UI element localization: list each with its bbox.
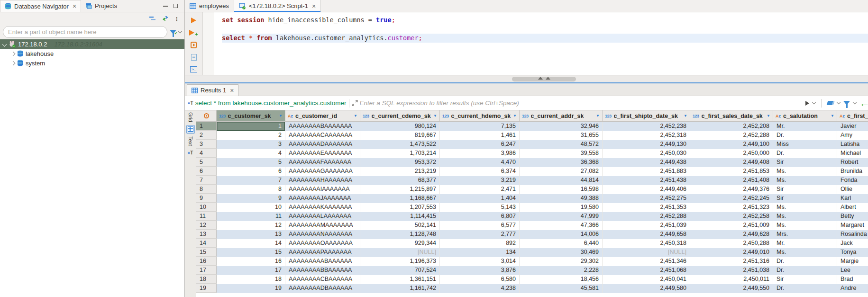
grid-cell[interactable]: 1,473,522 [360, 140, 440, 149]
expand-filter-icon[interactable] [352, 100, 358, 106]
row-number[interactable]: 4 [196, 149, 217, 158]
overflow-menu-icon[interactable]: ⁝ [176, 16, 178, 22]
grid-cell[interactable]: Miss [773, 140, 837, 149]
grid-cell[interactable]: 36,368 [520, 158, 603, 167]
grid-cell[interactable]: Brunilda [837, 167, 868, 176]
column-header-c_customer_sk[interactable]: 123c_customer_sk▼ [217, 110, 285, 121]
tree-row-system[interactable]: system [0, 58, 184, 68]
grid-cell[interactable]: Ollie [837, 185, 868, 194]
grid-cell[interactable]: Margie [837, 257, 868, 266]
grid-cell[interactable]: 2,451,068 [603, 266, 690, 275]
table-row[interactable]: 1919AAAAAAAADBAAAAAA1,161,7424,23845,581… [196, 284, 868, 293]
grid-cell[interactable]: 1,128,748 [360, 230, 440, 239]
close-icon[interactable]: × [73, 2, 76, 10]
grid-cell[interactable]: 47,999 [520, 212, 603, 221]
grid-cell[interactable]: 2,452,318 [603, 131, 690, 140]
grid-cell[interactable]: AAAAAAAAFAAAAAAA [285, 158, 360, 167]
grid-cell[interactable]: 7 [217, 176, 285, 185]
table-row[interactable]: 99AAAAAAAAJAAAAAAA1,168,6671,40449,3882,… [196, 194, 868, 203]
row-number[interactable]: 18 [196, 275, 217, 284]
grid-cell[interactable]: 4 [217, 149, 285, 158]
grid-cell[interactable]: 6,374 [440, 167, 520, 176]
text-presentation-icon[interactable]: «T [186, 149, 195, 157]
grid-cell[interactable]: 2,449,376 [690, 185, 773, 194]
grid-cell[interactable]: AAAAAAAANAAAAAAA [285, 230, 360, 239]
chevron-down-icon[interactable] [2, 42, 7, 46]
sash-collapse-buttons[interactable] [538, 77, 550, 80]
grid-cell[interactable]: 14,006 [520, 230, 603, 239]
close-icon[interactable]: × [312, 2, 316, 10]
grid-cell[interactable]: 2,449,580 [603, 284, 690, 293]
grid-cell[interactable]: [NULL] [603, 248, 690, 257]
grid-cell[interactable]: 6,577 [440, 221, 520, 230]
row-number[interactable]: 12 [196, 221, 217, 230]
grid-cell[interactable]: AAAAAAAACAAAAAAA [285, 131, 360, 140]
sort-dropdown-icon[interactable]: ▼ [767, 114, 770, 118]
grid-cell[interactable]: 2,450,030 [603, 149, 690, 158]
grid-cell[interactable]: Betty [837, 212, 868, 221]
grid-cell[interactable]: AAAAAAAAEAAAAAAA [285, 149, 360, 158]
grid-cell[interactable]: 5,143 [440, 203, 520, 212]
grid-cell[interactable]: AAAAAAAALAAAAAAA [285, 212, 360, 221]
sort-dropdown-icon[interactable]: ▼ [354, 114, 357, 118]
column-header-c_customer_id[interactable]: Azc_customer_id▼ [285, 110, 360, 121]
grid-cell[interactable]: 1,404 [440, 194, 520, 203]
erase-dropdown-icon[interactable] [837, 100, 841, 104]
grid-cell[interactable]: 2,449,010 [690, 248, 773, 257]
grid-cell[interactable]: 47,366 [520, 221, 603, 230]
row-number[interactable]: 5 [196, 158, 217, 167]
grid-cell[interactable]: Michael [837, 149, 868, 158]
grid-cell[interactable]: AAAAAAAABBAAAAAA [285, 266, 360, 275]
grid-cell[interactable]: 2,451,038 [690, 266, 773, 275]
tab-projects[interactable]: Projects [81, 0, 121, 12]
grid-cell[interactable]: 32,946 [520, 122, 603, 131]
grid-cell[interactable]: 2,451,039 [603, 221, 690, 230]
filter-funnel-icon[interactable]: ✓ [170, 30, 176, 34]
row-number[interactable]: 7 [196, 176, 217, 185]
grid-cell[interactable]: 2,451,353 [603, 203, 690, 212]
grid-cell[interactable]: AAAAAAAAPAAAAAAA [285, 248, 360, 257]
row-number-header[interactable] [196, 110, 217, 121]
grid-cell[interactable]: 2,451,009 [690, 221, 773, 230]
grid-cell[interactable]: [NULL] [360, 248, 440, 257]
tree-row-lakehouse[interactable]: lakehouse [0, 49, 184, 58]
grid-cell[interactable]: Mr. [773, 122, 837, 131]
row-number[interactable]: 2 [196, 131, 217, 140]
grid-cell[interactable]: 11 [217, 212, 285, 221]
grid-cell[interactable]: Ms. [773, 248, 837, 257]
grid-cell[interactable]: 2,777 [440, 230, 520, 239]
grid-cell[interactable]: 7,135 [440, 122, 520, 131]
custom-filter-funnel-icon[interactable] [843, 101, 850, 105]
grid-cell[interactable]: Sir [773, 194, 837, 203]
grid-cell[interactable]: 45,581 [520, 284, 603, 293]
minimize-icon[interactable] [163, 6, 168, 7]
link-with-editor-icon[interactable] [162, 16, 169, 21]
row-number[interactable]: 15 [196, 248, 217, 257]
table-row[interactable]: 33AAAAAAAADAAAAAAA1,473,5226,24748,5722,… [196, 140, 868, 149]
grid-cell[interactable]: 2 [217, 131, 285, 140]
grid-cell[interactable]: AAAAAAAAABAAAAAA [285, 257, 360, 266]
grid-cell[interactable]: AAAAAAAACBAAAAAA [285, 275, 360, 284]
filter-dropdown-icon[interactable] [178, 29, 182, 33]
table-row[interactable]: 44AAAAAAAAEAAAAAAA1,703,2143,98639,5582,… [196, 149, 868, 158]
grid-cell[interactable]: 2,452,245 [690, 194, 773, 203]
column-header-c_current_addr_sk[interactable]: 123c_current_addr_sk▼ [520, 110, 603, 121]
grid-cell[interactable]: 2,451,408 [690, 176, 773, 185]
grid-cell[interactable]: 2,450,318 [603, 239, 690, 248]
grid-cell[interactable]: 16 [217, 257, 285, 266]
funnel-dropdown-icon[interactable] [853, 100, 857, 104]
grid-cell[interactable]: Dr. [773, 284, 837, 293]
grid-cell[interactable]: AAAAAAAAJAAAAAAA [285, 194, 360, 203]
chevron-up-icon[interactable] [546, 77, 550, 80]
grid-cell[interactable]: 502,141 [360, 221, 440, 230]
grid-cell[interactable]: 4,470 [440, 158, 520, 167]
grid-cell[interactable]: 3,014 [440, 257, 520, 266]
grid-cell[interactable]: 2,452,258 [690, 212, 773, 221]
column-header-c_first_sales_date_sk[interactable]: 123c_first_sales_date_sk▼ [690, 110, 773, 121]
grid-cell[interactable]: 6 [217, 167, 285, 176]
grid-cell[interactable]: 2,450,000 [690, 149, 773, 158]
grid-cell[interactable]: Fonda [837, 176, 868, 185]
grid-cell[interactable]: 1,215,897 [360, 185, 440, 194]
grid-cell[interactable]: 2,449,130 [603, 140, 690, 149]
grid-cell[interactable]: 6,580 [440, 275, 520, 284]
